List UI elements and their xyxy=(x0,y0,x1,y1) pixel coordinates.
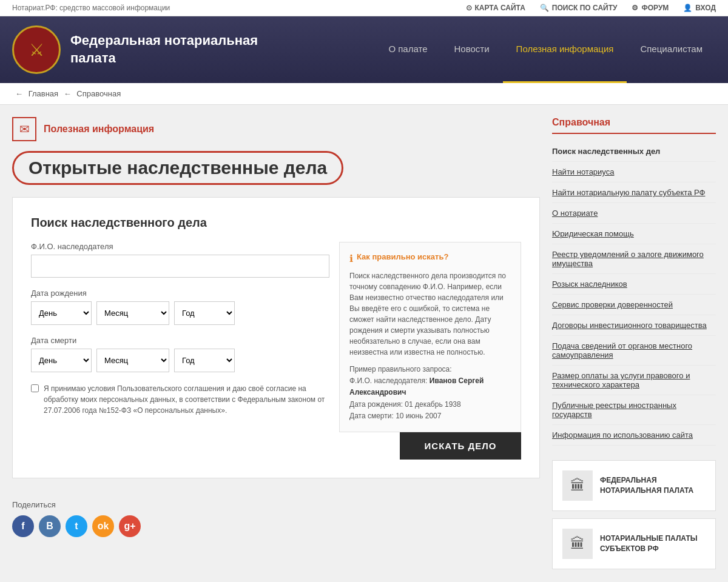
sidebar-item-10: Размер оплаты за услуги правового и техн… xyxy=(552,366,716,395)
sidebar-link-0[interactable]: Поиск наследственных дел xyxy=(552,141,716,161)
facebook-share[interactable]: f xyxy=(12,515,34,537)
birth-group: Дата рождения День Месяц Год xyxy=(31,289,329,325)
birth-day-select[interactable]: День xyxy=(31,301,92,325)
hint-example-title: Пример правильного запроса: xyxy=(349,364,511,375)
birth-month-select[interactable]: Месяц xyxy=(96,301,169,325)
sidebar-item-1: Найти нотариуса xyxy=(552,162,716,182)
death-month-select[interactable]: Месяц xyxy=(96,349,169,372)
site-map-link[interactable]: ⊙ КАРТА САЙТА xyxy=(466,4,525,12)
content-area: ✉ Полезная информация Открытые наследств… xyxy=(12,117,540,577)
search-button-area: ИСКАТЬ ДЕЛО xyxy=(31,432,521,460)
name-group: Ф.И.О. наследодателя xyxy=(31,242,329,278)
form-left: Ф.И.О. наследодателя Дата рождения День … xyxy=(31,242,329,426)
sidebar-link-1[interactable]: Найти нотариуса xyxy=(552,162,716,182)
main-layout: ✉ Полезная информация Открытые наследств… xyxy=(0,105,728,582)
sidebar-item-3: О нотариате xyxy=(552,203,716,224)
section-title-oval: Открытые наследственные дела xyxy=(12,151,343,185)
sidebar-menu: Поиск наследственных дел Найти нотариуса… xyxy=(552,141,716,446)
hint-birth-label: Дата рождения: xyxy=(349,400,403,409)
login-link[interactable]: 👤 ВХОД xyxy=(683,4,716,12)
sidebar-item-9: Подача сведений от органов местного само… xyxy=(552,336,716,366)
hint-birth-value: 01 декабрь 1938 xyxy=(405,400,460,409)
user-agreement-link[interactable]: Пользовательского соглашения xyxy=(117,384,224,393)
nav-o-palate[interactable]: О палате xyxy=(375,16,440,83)
form-hint: ℹ Как правильно искать? Поиск наследстве… xyxy=(339,242,521,432)
category-icon: ✉ xyxy=(12,117,36,141)
sidebar-item-8: Договоры инвестиционного товарищества xyxy=(552,315,716,336)
breadcrumb-spravochnaya[interactable]: Справочная xyxy=(76,89,121,98)
vkontakte-share[interactable]: B xyxy=(39,515,61,537)
agreement-checkbox[interactable] xyxy=(31,384,39,392)
hint-death-row: Дата смерти: 10 июнь 2007 xyxy=(349,410,511,422)
sidebar-item-7: Сервис проверки доверенностей xyxy=(552,295,716,315)
gear-icon: ⚙ xyxy=(632,4,638,12)
sidebar-item-0: Поиск наследственных дел xyxy=(552,141,716,162)
breadcrumb-home[interactable]: Главная xyxy=(29,89,58,98)
share-label: Поделиться xyxy=(12,500,540,509)
search-link[interactable]: 🔍 ПОИСК ПО САЙТУ xyxy=(540,4,618,12)
social-icons: f B t ok g+ xyxy=(12,515,540,537)
sidebar-item-2: Найти нотариальную палату субъекта РФ xyxy=(552,182,716,203)
nav-poleznaya[interactable]: Полезная информация xyxy=(503,16,627,83)
search-button[interactable]: ИСКАТЬ ДЕЛО xyxy=(400,432,521,460)
category-title: Полезная информация xyxy=(44,124,154,135)
sidebar-link-9[interactable]: Подача сведений от органов местного само… xyxy=(552,336,716,365)
sidebar-link-7[interactable]: Сервис проверки доверенностей xyxy=(552,295,716,315)
birth-date-row: День Месяц Год xyxy=(31,301,329,325)
nav-specialistam[interactable]: Специалистам xyxy=(627,16,716,83)
message-icon: ✉ xyxy=(19,122,30,136)
breadcrumb-separator: ← xyxy=(64,89,74,98)
sidebar-link-2[interactable]: Найти нотариальную палату субъекта РФ xyxy=(552,182,716,202)
page-title: Открытые наследственные дела xyxy=(29,158,327,178)
hint-text: Поиск наследственного дела производится … xyxy=(349,270,511,358)
twitter-share[interactable]: t xyxy=(66,515,87,537)
sidebar-title: Справочная xyxy=(552,117,716,134)
hint-fio-label: Ф.И.О. наследодателя: xyxy=(349,376,427,385)
name-input[interactable] xyxy=(31,255,329,278)
sidebar-item-12: Информация по использованию сайта xyxy=(552,425,716,446)
hint-header: ℹ Как правильно искать? xyxy=(349,252,511,264)
forum-link[interactable]: ⚙ ФОРУМ xyxy=(632,4,669,12)
death-year-select[interactable]: Год xyxy=(174,349,235,372)
birth-label: Дата рождения xyxy=(31,289,329,298)
top-bar-links: ⊙ КАРТА САЙТА 🔍 ПОИСК ПО САЙТУ ⚙ ФОРУМ 👤… xyxy=(466,4,716,12)
sidebar-link-4[interactable]: Юридическая помощь xyxy=(552,224,716,244)
sidebar-item-4: Юридическая помощь xyxy=(552,224,716,244)
nps-text: НОТАРИАЛЬНЫЕ ПАЛАТЫ СУБЪЕКТОВ РФ xyxy=(600,534,697,554)
sidebar-link-8[interactable]: Договоры инвестиционного товарищества xyxy=(552,315,716,335)
hint-fio-row: Ф.И.О. наследодателя: Иванов Сергей Алек… xyxy=(349,375,511,398)
odnoklassniki-share[interactable]: ok xyxy=(92,515,114,537)
top-bar: Нотариат.РФ: средство массовой информаци… xyxy=(0,0,728,16)
sidebar-link-10[interactable]: Размер оплаты за услуги правового и техн… xyxy=(552,366,716,395)
logo-icon: ⚔ xyxy=(29,40,44,60)
section-title-wrapper: Открытые наследственные дела xyxy=(12,151,540,185)
sidebar-link-6[interactable]: Розыск наследников xyxy=(552,274,716,294)
form-card: Поиск наследственного дела Ф.И.О. наслед… xyxy=(12,197,540,478)
death-label: Дата смерти xyxy=(31,336,329,345)
hint-link[interactable]: Как правильно искать? xyxy=(357,252,448,261)
death-day-select[interactable]: День xyxy=(31,349,92,372)
sidebar-link-5[interactable]: Реестр уведомлений о залоге движимого им… xyxy=(552,244,716,273)
share-section: Поделиться f B t ok g+ xyxy=(12,490,540,547)
name-label: Ф.И.О. наследодателя xyxy=(31,242,329,251)
sidebar-link-11[interactable]: Публичные реестры иностранных государств xyxy=(552,395,716,424)
logo-area: ⚔ Федеральная нотариальная палата xyxy=(12,25,277,74)
header-title: Федеральная нотариальная палата xyxy=(70,32,277,67)
nav-novosti[interactable]: Новости xyxy=(441,16,503,83)
form-row: Ф.И.О. наследодателя Дата рождения День … xyxy=(31,242,521,432)
sidebar-link-3[interactable]: О нотариате xyxy=(552,203,716,223)
checkbox-text: Я принимаю условия Пользовательского сог… xyxy=(44,383,329,416)
map-icon: ⊙ xyxy=(466,4,472,12)
sidebar-logo-fnp[interactable]: 🏛 ФЕДЕРАЛЬНАЯ НОТАРИАЛЬНАЯ ПАЛАТА xyxy=(552,460,716,511)
user-icon: 👤 xyxy=(683,4,692,12)
nps-icon: 🏛 xyxy=(562,529,593,559)
birth-year-select[interactable]: Год xyxy=(174,301,235,325)
hint-death-value: 10 июнь 2007 xyxy=(396,412,441,420)
sidebar-logo-nps[interactable]: 🏛 НОТАРИАЛЬНЫЕ ПАЛАТЫ СУБЪЕКТОВ РФ xyxy=(552,518,716,569)
info-icon: ℹ xyxy=(349,253,353,264)
breadcrumb: ← Главная ← Справочная xyxy=(0,83,728,105)
googleplus-share[interactable]: g+ xyxy=(119,515,141,537)
sidebar-item-5: Реестр уведомлений о залоге движимого им… xyxy=(552,244,716,274)
sidebar-link-12[interactable]: Информация по использованию сайта xyxy=(552,425,716,445)
sidebar: Справочная Поиск наследственных дел Найт… xyxy=(552,117,716,577)
